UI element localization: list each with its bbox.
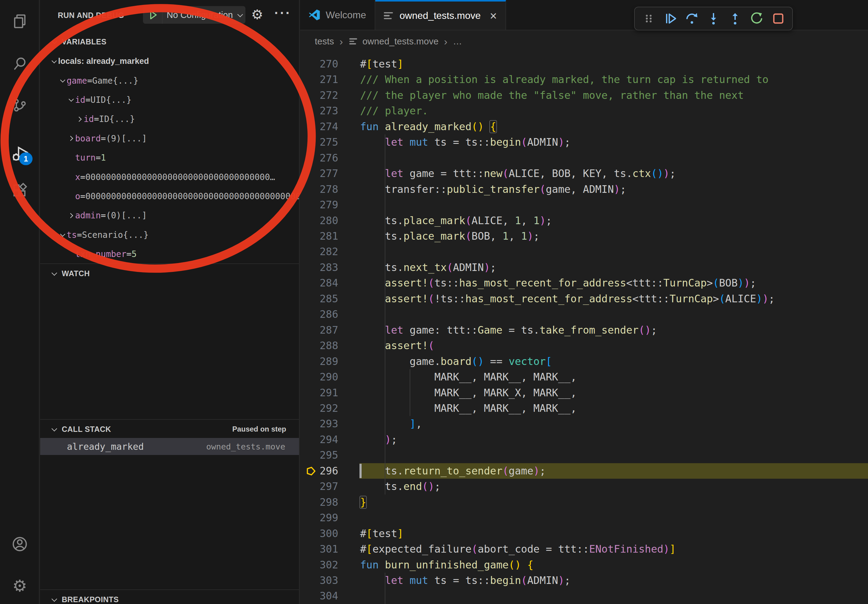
- code-text[interactable]: #[test]: [360, 56, 868, 72]
- code-text[interactable]: /// When a position is already marked, t…: [360, 72, 868, 87]
- chevron-right-icon[interactable]: [68, 136, 73, 141]
- gutter-breakpoint-area[interactable]: [300, 338, 317, 353]
- code-text[interactable]: ts.place_mark(BOB, 1, 1);: [360, 228, 868, 244]
- code-text[interactable]: fun already_marked() {: [360, 119, 868, 135]
- gutter-breakpoint-area[interactable]: [300, 354, 317, 369]
- code-line[interactable]: 298}: [300, 494, 868, 510]
- code-text[interactable]: game.board() == vector[: [360, 354, 868, 369]
- tab-welcome[interactable]: Welcome: [300, 0, 375, 30]
- close-icon[interactable]: ×: [490, 10, 497, 22]
- gutter-breakpoint-area[interactable]: [300, 322, 317, 338]
- gutter-breakpoint-area[interactable]: [300, 510, 317, 525]
- gutter-breakpoint-area[interactable]: [300, 275, 317, 291]
- gutter-breakpoint-area[interactable]: [300, 432, 317, 448]
- debug-settings-gear-icon[interactable]: ⚙: [251, 8, 263, 21]
- code-line[interactable]: 271/// When a position is already marked…: [300, 72, 868, 87]
- code-text[interactable]: MARK__, MARK__, MARK__,: [360, 369, 868, 385]
- code-text[interactable]: ts.end();: [360, 479, 868, 494]
- code-line[interactable]: 277 let game = ttt::new(ALICE, BOB, KEY,…: [300, 166, 868, 181]
- variables-section-header[interactable]: VARIABLES: [40, 32, 299, 51]
- gutter-breakpoint-area[interactable]: [300, 541, 317, 557]
- code-line[interactable]: 292 MARK__, MARK__, MARK__,: [300, 401, 868, 416]
- variable-row[interactable]: ts = Scenario{...}: [40, 225, 299, 245]
- code-line[interactable]: 282: [300, 244, 868, 259]
- chevron-down-icon[interactable]: [69, 97, 74, 102]
- variable-row[interactable]: id = UID{...}: [40, 90, 299, 110]
- code-text[interactable]: fun burn_unfinished_game() {: [360, 557, 868, 573]
- variable-row[interactable]: board = (9)[...]: [40, 129, 299, 148]
- account-icon[interactable]: [11, 536, 28, 553]
- breakpoints-section-header[interactable]: BREAKPOINTS: [40, 590, 299, 604]
- code-text[interactable]: );: [360, 432, 868, 448]
- code-line[interactable]: 276: [300, 150, 868, 166]
- variable-row[interactable]: turn = 1: [40, 148, 299, 167]
- breadcrumb-item[interactable]: tests: [315, 36, 334, 46]
- code-text[interactable]: [360, 150, 868, 166]
- call-stack-frame[interactable]: already_marked owned_tests.move: [40, 438, 299, 455]
- code-line[interactable]: 275 let mut ts = ts::begin(ADMIN);: [300, 135, 868, 150]
- gutter-breakpoint-area[interactable]: [300, 385, 317, 401]
- chevron-down-icon[interactable]: [60, 77, 65, 82]
- step-over-icon[interactable]: [684, 11, 700, 26]
- gutter-breakpoint-area[interactable]: [300, 526, 317, 541]
- gutter-breakpoint-area[interactable]: [300, 213, 317, 228]
- code-line[interactable]: 278 transfer::public_transfer(game, ADMI…: [300, 181, 868, 197]
- code-line[interactable]: 289 game.board() == vector[: [300, 354, 868, 369]
- code-text[interactable]: let game = ttt::new(ALICE, BOB, KEY, ts.…: [360, 166, 868, 181]
- code-line[interactable]: 285 assert!(!ts::has_most_recent_for_add…: [300, 291, 868, 307]
- code-line[interactable]: 296 ts.return_to_sender(game);: [300, 463, 868, 479]
- code-text[interactable]: assert!(: [360, 338, 868, 353]
- chevron-down-icon[interactable]: [60, 232, 65, 237]
- continue-icon[interactable]: [662, 11, 678, 26]
- variable-row[interactable]: o = 000000000000000000000000000000000000…: [40, 187, 299, 206]
- code-line[interactable]: 273/// player.: [300, 103, 868, 119]
- code-text[interactable]: [360, 448, 868, 463]
- breadcrumb-item[interactable]: owned_tests.move: [363, 36, 439, 46]
- code-line[interactable]: 290 MARK__, MARK__, MARK__,: [300, 369, 868, 385]
- code-line[interactable]: 288 assert!(: [300, 338, 868, 353]
- stop-icon[interactable]: [770, 11, 786, 26]
- gutter-breakpoint-area[interactable]: [300, 494, 317, 510]
- code-text[interactable]: ts.place_mark(ALICE, 1, 1);: [360, 213, 868, 228]
- code-text[interactable]: let mut ts = ts::begin(ADMIN);: [360, 135, 868, 150]
- gutter-breakpoint-area[interactable]: [300, 448, 317, 463]
- code-line[interactable]: 302fun burn_unfinished_game() {: [300, 557, 868, 573]
- code-line[interactable]: 297 ts.end();: [300, 479, 868, 494]
- code-text[interactable]: #[expected_failure(abort_code = ttt::ENo…: [360, 541, 868, 557]
- step-out-icon[interactable]: [727, 11, 743, 26]
- code-line[interactable]: 284 assert!(ts::has_most_recent_for_addr…: [300, 275, 868, 291]
- code-line[interactable]: 304: [300, 588, 868, 604]
- code-text[interactable]: let game: ttt::Game = ts.take_from_sende…: [360, 322, 868, 338]
- code-text[interactable]: ts.next_tx(ADMIN);: [360, 260, 868, 275]
- debug-config-dropdown[interactable]: No Configurations: [163, 10, 233, 20]
- gutter-breakpoint-area[interactable]: [300, 228, 317, 244]
- code-line[interactable]: 301#[expected_failure(abort_code = ttt::…: [300, 541, 868, 557]
- code-line[interactable]: 283 ts.next_tx(ADMIN);: [300, 260, 868, 275]
- code-line[interactable]: 270#[test]: [300, 56, 868, 72]
- code-line[interactable]: 293 ],: [300, 416, 868, 432]
- code-text[interactable]: [360, 244, 868, 259]
- code-area[interactable]: 270#[test]271/// When a position is alre…: [300, 56, 868, 604]
- code-line[interactable]: 294 );: [300, 432, 868, 448]
- code-line[interactable]: 280 ts.place_mark(ALICE, 1, 1);: [300, 213, 868, 228]
- code-text[interactable]: [360, 588, 868, 604]
- gutter-breakpoint-area[interactable]: [300, 588, 317, 604]
- code-line[interactable]: 281 ts.place_mark(BOB, 1, 1);: [300, 228, 868, 244]
- start-debug-play-icon[interactable]: [143, 6, 163, 24]
- variables-scope-row[interactable]: locals: already_marked: [40, 52, 299, 71]
- code-line[interactable]: 299: [300, 510, 868, 525]
- code-text[interactable]: /// the player who made the "false" move…: [360, 88, 868, 103]
- code-line[interactable]: 291 MARK__, MARK_X, MARK__,: [300, 385, 868, 401]
- gutter-breakpoint-area[interactable]: [300, 166, 317, 181]
- more-actions-icon[interactable]: ···: [274, 5, 291, 21]
- code-line[interactable]: 272/// the player who made the "false" m…: [300, 88, 868, 103]
- code-text[interactable]: [360, 510, 868, 525]
- gutter-breakpoint-area[interactable]: [300, 479, 317, 494]
- drag-handle[interactable]: [641, 11, 657, 26]
- code-text[interactable]: MARK__, MARK_X, MARK__,: [360, 385, 868, 401]
- source-control-icon[interactable]: [11, 97, 28, 114]
- chevron-right-icon[interactable]: [77, 116, 82, 122]
- tab-owned-tests-move[interactable]: owned_tests.move ×: [375, 0, 506, 30]
- gutter-breakpoint-area[interactable]: [300, 197, 317, 212]
- gutter-breakpoint-area[interactable]: [300, 244, 317, 259]
